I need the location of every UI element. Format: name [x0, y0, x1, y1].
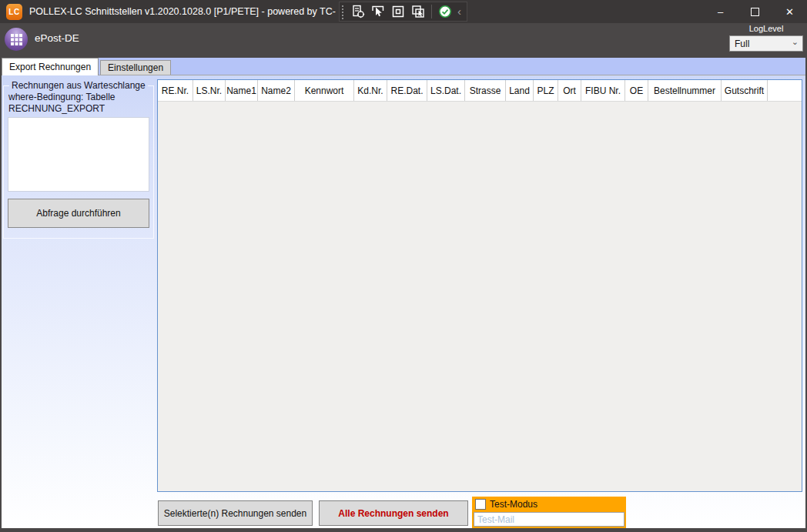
test-mode-checkbox[interactable]: [475, 499, 486, 510]
status-ok-icon[interactable]: [437, 4, 453, 19]
close-button[interactable]: ✕: [772, 0, 807, 23]
column-header-land[interactable]: Land: [506, 80, 534, 101]
chevron-left-icon[interactable]: ‹: [455, 4, 464, 19]
column-header-gutschrift[interactable]: Gutschrift: [722, 80, 768, 101]
column-header-ls-dat[interactable]: LS.Dat.: [427, 80, 465, 101]
column-header-strasse[interactable]: Strasse: [465, 80, 506, 101]
groupbox-title: Rechnungen aus Warteschlange: [9, 80, 148, 91]
column-header-filler: [768, 80, 802, 101]
column-header-kennwort[interactable]: Kennwort: [295, 80, 354, 101]
chevron-down-icon: ⌄: [792, 37, 799, 47]
module-title: ePost-DE: [35, 32, 79, 44]
loglevel-label: LogLevel: [729, 24, 803, 33]
where-condition-input[interactable]: [8, 117, 149, 192]
app-window: LC POLLEX-LC Schnittstellen v1.2020.1028…: [0, 0, 807, 532]
titlebar-toolbar: ‹: [339, 2, 467, 22]
column-header-re-dat[interactable]: RE.Dat.: [387, 80, 427, 101]
queue-groupbox: Rechnungen aus Warteschlange where-Bedin…: [3, 80, 154, 239]
toolbar-grip-handle[interactable]: [341, 4, 345, 19]
window-controls: – ✕: [703, 0, 807, 23]
epost-grid-logo-icon: [5, 28, 28, 51]
test-mail-input[interactable]: [474, 512, 625, 527]
column-header-kd-nr[interactable]: Kd.Nr.: [354, 80, 387, 101]
selection-box-icon[interactable]: [390, 4, 406, 19]
where-condition-label-line2: RECHNUNG_EXPORT: [8, 103, 149, 115]
where-condition-label-line1: where-Bedingung: Tabelle: [8, 92, 149, 103]
column-header-re-nr[interactable]: RE.Nr.: [158, 80, 193, 101]
loglevel-value: Full: [735, 38, 749, 49]
minimize-button[interactable]: –: [703, 0, 738, 23]
grid-glyph: [11, 34, 14, 37]
column-header-ort[interactable]: Ort: [558, 80, 581, 101]
column-header-oe[interactable]: OE: [625, 80, 648, 101]
column-header-name2[interactable]: Name2: [258, 80, 295, 101]
send-selected-button[interactable]: Selektierte(n) Rechnungen senden: [158, 500, 313, 526]
titlebar[interactable]: LC POLLEX-LC Schnittstellen v1.2020.1028…: [0, 0, 807, 23]
column-header-ls-nr[interactable]: LS.Nr.: [193, 80, 226, 101]
window-select-icon[interactable]: [410, 4, 426, 19]
column-header-fibu-nr[interactable]: FIBU Nr.: [581, 80, 625, 101]
column-header-name1[interactable]: Name1: [226, 80, 258, 101]
test-mode-label: Test-Modus: [490, 499, 537, 510]
module-header: ePost-DE LogLevel Full ⌄: [0, 23, 807, 58]
script-target-icon[interactable]: [350, 4, 366, 19]
table-body-empty: [158, 102, 802, 491]
loglevel-select[interactable]: Full ⌄: [729, 35, 803, 52]
app-icon: LC: [6, 4, 22, 20]
select-cursor-icon[interactable]: [370, 4, 386, 19]
tab-page-export: Rechnungen aus Warteschlange where-Bedin…: [2, 75, 805, 528]
maximize-icon: [751, 8, 759, 16]
test-mode-panel: Test-Modus: [472, 497, 626, 528]
toolbar-separator: [431, 5, 432, 18]
window-title: POLLEX-LC Schnittstellen v1.2020.1028.0 …: [29, 0, 336, 23]
column-header-plz[interactable]: PLZ: [534, 80, 558, 101]
tab-einstellungen[interactable]: Einstellungen: [100, 60, 171, 75]
send-all-button[interactable]: Alle Rechnungen senden: [319, 500, 468, 526]
column-header-bestellnummer[interactable]: Bestellnummer: [648, 80, 722, 101]
maximize-button[interactable]: [738, 0, 772, 23]
run-query-button[interactable]: Abfrage durchführen: [8, 199, 149, 228]
table-header-row: RE.Nr. LS.Nr. Name1 Name2 Kennwort Kd.Nr…: [158, 80, 802, 102]
tab-export-rechnungen[interactable]: Export Rechnungen: [2, 58, 99, 75]
invoice-table: RE.Nr. LS.Nr. Name1 Name2 Kennwort Kd.Nr…: [157, 79, 802, 492]
tabstrip: Export Rechnungen Einstellungen: [2, 58, 805, 75]
loglevel-control: LogLevel Full ⌄: [729, 24, 803, 52]
